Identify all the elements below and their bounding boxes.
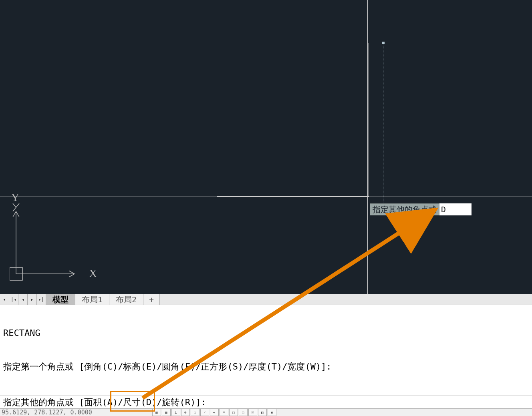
status-toggle-icon[interactable]: ⎘	[248, 409, 257, 416]
tab-prev-icon[interactable]: ◂	[18, 294, 28, 305]
drawing-canvas[interactable]: X Y Y 指定其他的角点或	[0, 0, 532, 294]
tab-last-icon[interactable]: ▸|	[37, 294, 46, 305]
tab-layout-1[interactable]: 布局1	[75, 294, 109, 305]
status-toggle-lwt-icon[interactable]: ≡	[220, 409, 228, 416]
tab-next-icon[interactable]: ▸	[28, 294, 37, 305]
status-toggle-ortho-icon[interactable]: ⊥	[171, 409, 180, 416]
tab-scroll-left-icon[interactable]: ▾	[0, 294, 9, 305]
svg-rect-2	[10, 267, 22, 280]
status-toggle-group: ▦ ▦ ⊥ ⊛ ☐ ∠ ✛ ≡ □ ◫ ⎘ ◧ ▣	[152, 409, 276, 416]
status-toggle-grid-icon[interactable]: ▦	[152, 409, 161, 416]
cmd-line-text: 指定第一个角点或 [倒角(C)/标高(E)/圆角(F)/正方形(S)/厚度(T)…	[3, 361, 529, 372]
status-toggle-icon[interactable]: ▣	[268, 409, 276, 416]
status-bar: 95.6129, 278.1227, 0.0000 ▦ ▦ ⊥ ⊛ ☐ ∠ ✛ …	[0, 408, 532, 416]
dynamic-prompt-input[interactable]	[439, 203, 472, 215]
svg-line-4	[13, 203, 19, 211]
ucs-x-label: X	[89, 267, 97, 279]
cmd-line-text: RECTANG	[3, 328, 529, 339]
svg-line-3	[13, 203, 16, 207]
tab-first-icon[interactable]: |◂	[9, 294, 18, 305]
status-toggle-osnap-icon[interactable]: ☐	[191, 409, 200, 416]
tab-model[interactable]: 模型	[46, 294, 75, 305]
dynamic-prompt-label: 指定其他的角点或	[370, 203, 439, 215]
status-toggle-icon[interactable]: ◧	[258, 409, 267, 416]
status-toggle-snap-icon[interactable]: ▦	[162, 409, 171, 416]
ucs-icon: X Y Y	[10, 188, 98, 284]
rectangle-preview-rubberband	[217, 43, 383, 206]
status-toggle-icon[interactable]: ◫	[239, 409, 248, 416]
status-toggle-dyn-icon[interactable]: ✛	[210, 409, 219, 416]
grip-point	[382, 42, 385, 44]
command-line[interactable]: 指定其他的角点或 [面积(A)/尺寸(D)/旋转(R)]:	[0, 396, 532, 408]
command-line-prompt: 指定其他的角点或 [面积(A)/尺寸(D)/旋转(R)]:	[3, 396, 206, 408]
status-coords: 95.6129, 278.1227, 0.0000	[2, 409, 92, 416]
dynamic-input-prompt: 指定其他的角点或	[370, 203, 472, 215]
status-toggle-otrack-icon[interactable]: ∠	[200, 409, 209, 416]
svg-text:Y: Y	[11, 191, 19, 203]
tab-add-button[interactable]: +	[143, 294, 160, 305]
status-toggle-icon[interactable]: □	[229, 409, 238, 416]
tab-layout-2[interactable]: 布局2	[109, 294, 143, 305]
layout-tabs: ▾ |◂ ◂ ▸ ▸| 模型 布局1 布局2 +	[0, 294, 532, 305]
status-toggle-polar-icon[interactable]: ⊛	[181, 409, 190, 416]
command-history: RECTANG 指定第一个角点或 [倒角(C)/标高(E)/圆角(F)/正方形(…	[0, 305, 532, 396]
